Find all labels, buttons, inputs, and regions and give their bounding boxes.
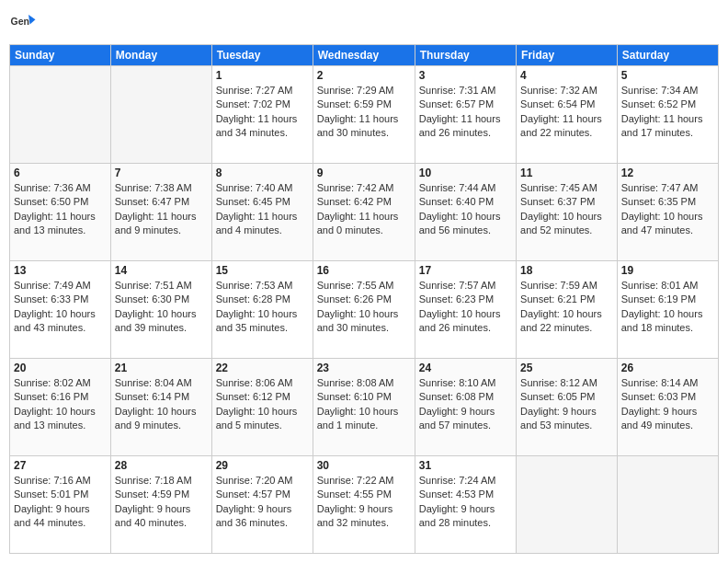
- day-cell: 29Sunrise: 7:20 AMSunset: 4:57 PMDayligh…: [211, 456, 313, 554]
- day-info: Sunrise: 7:31 AMSunset: 6:57 PMDaylight:…: [419, 84, 512, 141]
- day-info: Sunrise: 8:10 AMSunset: 6:08 PMDaylight:…: [419, 376, 512, 433]
- day-info: Sunrise: 7:24 AMSunset: 4:53 PMDaylight:…: [419, 474, 512, 531]
- week-row-4: 20Sunrise: 8:02 AMSunset: 6:16 PMDayligh…: [10, 359, 719, 456]
- svg-text:Gen: Gen: [11, 16, 29, 27]
- day-number: 28: [115, 459, 208, 472]
- weekday-header-saturday: Saturday: [617, 45, 718, 66]
- day-info: Sunrise: 7:36 AMSunset: 6:50 PMDaylight:…: [14, 181, 107, 238]
- day-cell: 4Sunrise: 7:32 AMSunset: 6:54 PMDaylight…: [517, 66, 618, 164]
- day-cell: 17Sunrise: 7:57 AMSunset: 6:23 PMDayligh…: [415, 261, 516, 359]
- day-number: 16: [317, 264, 411, 277]
- weekday-header-wednesday: Wednesday: [313, 45, 415, 66]
- day-number: 19: [621, 264, 714, 277]
- day-cell: 22Sunrise: 8:06 AMSunset: 6:12 PMDayligh…: [211, 359, 313, 456]
- logo: Gen: [9, 9, 40, 37]
- day-cell: [10, 66, 111, 164]
- day-cell: 10Sunrise: 7:44 AMSunset: 6:40 PMDayligh…: [415, 164, 516, 261]
- day-info: Sunrise: 7:18 AMSunset: 4:59 PMDaylight:…: [115, 474, 208, 531]
- day-cell: 5Sunrise: 7:34 AMSunset: 6:52 PMDaylight…: [617, 66, 718, 164]
- day-info: Sunrise: 7:27 AMSunset: 7:02 PMDaylight:…: [216, 84, 309, 141]
- day-cell: 7Sunrise: 7:38 AMSunset: 6:47 PMDaylight…: [110, 164, 211, 261]
- day-cell: 12Sunrise: 7:47 AMSunset: 6:35 PMDayligh…: [617, 164, 718, 261]
- day-number: 8: [216, 167, 309, 179]
- day-cell: 8Sunrise: 7:40 AMSunset: 6:45 PMDaylight…: [211, 164, 313, 261]
- day-number: 21: [115, 362, 208, 374]
- week-row-3: 13Sunrise: 7:49 AMSunset: 6:33 PMDayligh…: [10, 261, 719, 359]
- weekday-header-sunday: Sunday: [10, 45, 111, 66]
- day-number: 9: [317, 167, 411, 179]
- day-cell: 26Sunrise: 8:14 AMSunset: 6:03 PMDayligh…: [617, 359, 718, 456]
- day-number: 7: [115, 167, 208, 179]
- day-cell: 21Sunrise: 8:04 AMSunset: 6:14 PMDayligh…: [110, 359, 211, 456]
- header: Gen: [9, 9, 719, 37]
- day-number: 6: [14, 167, 107, 179]
- week-row-2: 6Sunrise: 7:36 AMSunset: 6:50 PMDaylight…: [10, 164, 719, 261]
- day-info: Sunrise: 8:01 AMSunset: 6:19 PMDaylight:…: [621, 279, 714, 336]
- day-info: Sunrise: 7:47 AMSunset: 6:35 PMDaylight:…: [621, 181, 714, 238]
- day-number: 14: [115, 264, 208, 277]
- weekday-header-monday: Monday: [110, 45, 211, 66]
- day-info: Sunrise: 7:42 AMSunset: 6:42 PMDaylight:…: [317, 181, 411, 238]
- day-number: 10: [419, 167, 512, 179]
- day-number: 22: [216, 362, 309, 374]
- day-cell: 14Sunrise: 7:51 AMSunset: 6:30 PMDayligh…: [110, 261, 211, 359]
- day-info: Sunrise: 7:29 AMSunset: 6:59 PMDaylight:…: [317, 84, 411, 141]
- day-cell: [110, 66, 211, 164]
- day-cell: 1Sunrise: 7:27 AMSunset: 7:02 PMDaylight…: [211, 66, 313, 164]
- day-info: Sunrise: 8:04 AMSunset: 6:14 PMDaylight:…: [115, 376, 208, 433]
- calendar-table: SundayMondayTuesdayWednesdayThursdayFrid…: [9, 44, 719, 554]
- day-cell: 13Sunrise: 7:49 AMSunset: 6:33 PMDayligh…: [10, 261, 111, 359]
- day-number: 18: [520, 264, 613, 277]
- day-cell: 23Sunrise: 8:08 AMSunset: 6:10 PMDayligh…: [313, 359, 415, 456]
- day-number: 3: [419, 69, 512, 82]
- day-number: 26: [621, 362, 714, 374]
- day-cell: 15Sunrise: 7:53 AMSunset: 6:28 PMDayligh…: [211, 261, 313, 359]
- svg-marker-1: [28, 15, 36, 25]
- day-number: 31: [419, 459, 512, 472]
- day-number: 30: [317, 459, 411, 472]
- week-row-1: 1Sunrise: 7:27 AMSunset: 7:02 PMDaylight…: [10, 66, 719, 164]
- day-number: 29: [216, 459, 309, 472]
- day-cell: [617, 456, 718, 554]
- day-info: Sunrise: 7:55 AMSunset: 6:26 PMDaylight:…: [317, 279, 411, 336]
- week-row-5: 27Sunrise: 7:16 AMSunset: 5:01 PMDayligh…: [10, 456, 719, 554]
- logo-icon: Gen: [9, 9, 37, 37]
- day-cell: 30Sunrise: 7:22 AMSunset: 4:55 PMDayligh…: [313, 456, 415, 554]
- day-cell: 9Sunrise: 7:42 AMSunset: 6:42 PMDaylight…: [313, 164, 415, 261]
- day-info: Sunrise: 7:16 AMSunset: 5:01 PMDaylight:…: [14, 474, 107, 531]
- day-info: Sunrise: 7:45 AMSunset: 6:37 PMDaylight:…: [520, 181, 613, 238]
- day-cell: 20Sunrise: 8:02 AMSunset: 6:16 PMDayligh…: [10, 359, 111, 456]
- day-cell: 11Sunrise: 7:45 AMSunset: 6:37 PMDayligh…: [517, 164, 618, 261]
- day-info: Sunrise: 7:20 AMSunset: 4:57 PMDaylight:…: [216, 474, 309, 531]
- day-cell: 25Sunrise: 8:12 AMSunset: 6:05 PMDayligh…: [517, 359, 618, 456]
- day-info: Sunrise: 7:38 AMSunset: 6:47 PMDaylight:…: [115, 181, 208, 238]
- day-cell: 18Sunrise: 7:59 AMSunset: 6:21 PMDayligh…: [517, 261, 618, 359]
- day-number: 4: [520, 69, 613, 82]
- day-number: 17: [419, 264, 512, 277]
- day-info: Sunrise: 7:51 AMSunset: 6:30 PMDaylight:…: [115, 279, 208, 336]
- day-info: Sunrise: 7:53 AMSunset: 6:28 PMDaylight:…: [216, 279, 309, 336]
- weekday-header-thursday: Thursday: [415, 45, 516, 66]
- day-info: Sunrise: 8:14 AMSunset: 6:03 PMDaylight:…: [621, 376, 714, 433]
- day-number: 27: [14, 459, 107, 472]
- day-cell: 19Sunrise: 8:01 AMSunset: 6:19 PMDayligh…: [617, 261, 718, 359]
- day-number: 12: [621, 167, 714, 179]
- day-number: 5: [621, 69, 714, 82]
- weekday-header-tuesday: Tuesday: [211, 45, 313, 66]
- day-info: Sunrise: 7:59 AMSunset: 6:21 PMDaylight:…: [520, 279, 613, 336]
- day-info: Sunrise: 7:22 AMSunset: 4:55 PMDaylight:…: [317, 474, 411, 531]
- weekday-header-row: SundayMondayTuesdayWednesdayThursdayFrid…: [10, 45, 719, 66]
- day-info: Sunrise: 7:57 AMSunset: 6:23 PMDaylight:…: [419, 279, 512, 336]
- day-info: Sunrise: 8:06 AMSunset: 6:12 PMDaylight:…: [216, 376, 309, 433]
- day-cell: 31Sunrise: 7:24 AMSunset: 4:53 PMDayligh…: [415, 456, 516, 554]
- day-number: 20: [14, 362, 107, 374]
- day-info: Sunrise: 7:40 AMSunset: 6:45 PMDaylight:…: [216, 181, 309, 238]
- day-cell: 24Sunrise: 8:10 AMSunset: 6:08 PMDayligh…: [415, 359, 516, 456]
- day-number: 2: [317, 69, 411, 82]
- day-number: 23: [317, 362, 411, 374]
- day-cell: 2Sunrise: 7:29 AMSunset: 6:59 PMDaylight…: [313, 66, 415, 164]
- day-number: 15: [216, 264, 309, 277]
- day-cell: 27Sunrise: 7:16 AMSunset: 5:01 PMDayligh…: [10, 456, 111, 554]
- day-info: Sunrise: 7:32 AMSunset: 6:54 PMDaylight:…: [520, 84, 613, 141]
- day-number: 13: [14, 264, 107, 277]
